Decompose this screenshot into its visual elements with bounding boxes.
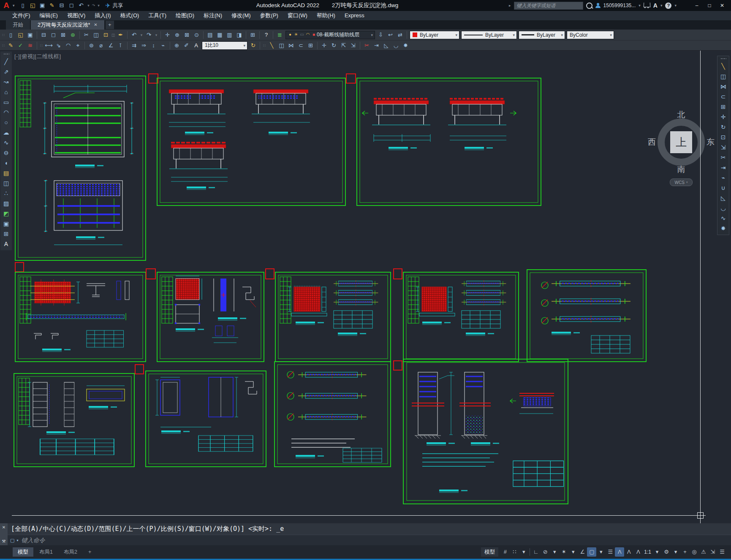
polygon-icon[interactable]: ⌂ (1, 87, 11, 97)
polar-tracking-icon[interactable]: ⊘ (541, 547, 550, 557)
revision-marker[interactable] (149, 74, 158, 83)
dim-update-icon[interactable]: ↻ (248, 41, 258, 50)
dim-diameter-icon[interactable]: ⌀ (96, 41, 106, 50)
redo-icon[interactable]: ↷ (91, 1, 96, 10)
table-icon[interactable]: ⊞ (1, 229, 11, 239)
move-icon[interactable]: ✛ (718, 112, 728, 122)
circle-icon[interactable]: ○ (1, 117, 11, 127)
zoom-window-icon[interactable]: ⊠ (182, 30, 192, 40)
color-combo[interactable]: ByLayer ▾ (410, 31, 459, 39)
undo-icon[interactable]: ↶ (76, 1, 86, 10)
compass-west-label[interactable]: 西 (648, 137, 656, 148)
help-icon[interactable]: ? (665, 3, 671, 9)
osnap-caret-icon[interactable]: ▾ (596, 547, 606, 557)
drawing-frame-7[interactable] (403, 272, 519, 362)
array-icon[interactable]: ⊞ (718, 102, 728, 112)
dim-ordinate-icon[interactable]: ⌖ (73, 41, 83, 50)
layout-tab-2[interactable]: 布局2 (59, 547, 82, 557)
layer-viewport-icon[interactable]: ▭ (299, 30, 305, 40)
dimstyle-combo[interactable]: 1比10 ▾ (202, 41, 247, 50)
batch-plot-icon[interactable]: ◻ (67, 1, 76, 10)
drawing-frame-4[interactable] (15, 272, 146, 362)
revision-marker[interactable] (394, 269, 402, 279)
menu-draw[interactable]: 绘图(D) (171, 11, 199, 20)
open-folder-icon[interactable]: ◱ (28, 1, 38, 10)
command-close-icon[interactable]: ✕ (2, 525, 5, 530)
dim-arc-length-icon[interactable]: ◠ (63, 41, 73, 50)
command-tools-icon[interactable]: ⚒ (2, 539, 6, 544)
wcs-menu[interactable]: WCS ▾ (670, 179, 693, 186)
revision-cloud-icon[interactable]: ☁ (1, 127, 11, 138)
layer-match-icon[interactable]: ✎ (6, 41, 16, 50)
point-icon[interactable]: ∴ (1, 188, 11, 198)
dim-linear-icon[interactable]: ⟷ (44, 41, 54, 50)
linetype-combo-caret-icon[interactable]: ▾ (511, 33, 516, 37)
chamfer-icon[interactable]: ◺ (718, 193, 728, 203)
command-input[interactable] (20, 536, 233, 544)
trim-icon[interactable]: ✂ (718, 152, 728, 162)
construction-line-icon[interactable]: ⇗ (1, 67, 11, 77)
layer-combo[interactable]: ●☀▭◠■ 08-截断线辅助线层 ▾ (285, 31, 375, 39)
hatch-icon[interactable]: ▨ (1, 198, 11, 208)
copy-clip-icon[interactable]: ◫ (91, 30, 101, 40)
layer-previous-icon[interactable]: ↩ (386, 30, 395, 40)
break-icon[interactable]: ⌁ (718, 173, 728, 183)
dim-edit-icon[interactable]: ✐ (182, 41, 191, 50)
close-button[interactable]: ✕ (716, 0, 728, 11)
revision-marker[interactable] (135, 365, 144, 374)
dim-quick-icon[interactable]: ⊺ (116, 41, 125, 50)
designcenter-icon[interactable]: ▦ (215, 30, 225, 40)
drawing-frame-3[interactable] (357, 78, 541, 206)
command-prompt-caret-icon[interactable]: ▾ (16, 538, 18, 542)
viewcube-top-face[interactable]: 上 (670, 131, 692, 153)
grip-handle[interactable]: ∷ (1, 41, 6, 50)
layer-freeze-sun-icon[interactable]: ☀ (293, 30, 299, 40)
fillet-icon[interactable]: ◡ (718, 203, 728, 213)
drawing-frame-9[interactable] (14, 373, 134, 467)
isolate-objects-icon[interactable]: ◎ (690, 547, 699, 557)
revision-marker[interactable] (346, 74, 356, 83)
drawing-frame-10[interactable] (146, 371, 266, 467)
array-icon[interactable]: ⊞ (306, 41, 315, 50)
snap-mode-icon[interactable]: ∷ (510, 547, 519, 557)
account-caret-icon[interactable]: ▾ (639, 3, 641, 8)
app-store-cart-icon[interactable] (643, 3, 650, 7)
drawing-frame-6[interactable] (275, 272, 391, 362)
undo-caret-icon[interactable]: ▾ (139, 30, 144, 40)
save-icon[interactable]: ▣ (38, 1, 47, 10)
extend-icon[interactable]: ⇥ (718, 162, 728, 173)
lineweight-combo-caret-icon[interactable]: ▾ (559, 33, 565, 37)
change-to-current-layer-icon[interactable]: ✓ (16, 41, 25, 50)
viewcube-compass[interactable]: 北 南 西 东 上 (649, 111, 713, 174)
plot-icon[interactable]: ⊟ (39, 30, 49, 40)
pan-icon[interactable]: ✛ (163, 30, 172, 40)
extend-icon[interactable]: ⇥ (372, 41, 381, 50)
mirror-icon[interactable]: ⋈ (286, 41, 296, 50)
ellipse-arc-icon[interactable]: ◖ (1, 158, 11, 168)
zoom-previous-icon[interactable]: ⊙ (192, 30, 201, 40)
join-icon[interactable]: ∪ (718, 183, 728, 193)
menu-modify[interactable]: 修改(M) (227, 11, 255, 20)
customize-icon[interactable]: ☰ (717, 547, 727, 557)
drawing-frame-12[interactable] (403, 359, 568, 504)
revision-marker[interactable] (394, 361, 402, 370)
annotation-scale-icon[interactable]: Λ (633, 547, 643, 557)
match-properties-icon[interactable]: ✒ (116, 30, 125, 40)
menu-insert[interactable]: 插入(I) (90, 11, 115, 20)
tab-close-icon[interactable]: ✕ (94, 20, 97, 30)
scale-icon[interactable]: ⇱ (339, 41, 348, 50)
new-file-icon[interactable]: ▯ (18, 1, 28, 10)
annotation-autoscale-icon[interactable]: Λ (624, 547, 633, 557)
open-folder-icon[interactable]: ◱ (16, 30, 25, 40)
layer-combo-caret-icon[interactable]: ▾ (369, 33, 375, 37)
compass-north-label[interactable]: 北 (677, 109, 685, 120)
rectangle-icon[interactable]: ▭ (1, 97, 11, 107)
compass-east-label[interactable]: 东 (707, 137, 715, 148)
minimize-button[interactable]: – (690, 0, 703, 11)
layer-states-icon[interactable]: ⇄ (395, 30, 405, 40)
tab-document[interactable]: 2万吨每天反应沉淀池* ✕ (31, 20, 104, 30)
scale-caret-icon[interactable]: ▾ (652, 547, 662, 557)
new-tab-button[interactable]: + (106, 21, 114, 29)
lineweight-display-icon[interactable]: ☰ (606, 547, 615, 557)
spline-edit-icon[interactable]: ∿ (718, 213, 728, 223)
